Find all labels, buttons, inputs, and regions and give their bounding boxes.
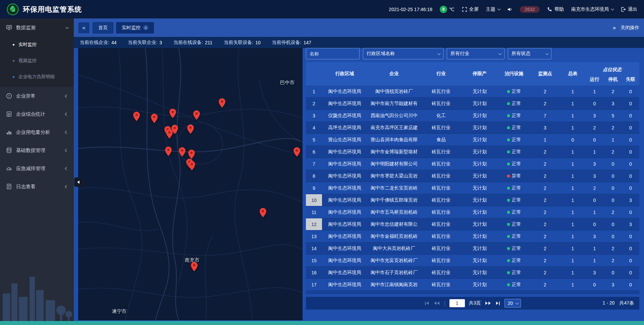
theme-button[interactable]: 主题	[486, 6, 500, 12]
close-operations-button[interactable]: 关闭操作	[621, 25, 639, 31]
fullscreen-icon	[462, 7, 467, 12]
map-pin[interactable]	[179, 147, 185, 157]
announcement-button[interactable]	[507, 7, 513, 12]
table-row[interactable]: 1阆中生态环境局阆中强锐页岩砖厂砖瓦行业无计划正常21120	[306, 86, 639, 98]
table-row[interactable]: 9阆中生态环境局阆中市二龙长宝页岩砖砖瓦行业无计划正常21200	[306, 182, 639, 194]
cell-facility: 正常	[498, 242, 530, 254]
table-row[interactable]: 4高坪生态环境局南充市高坪区王家店建砖瓦行业无计划正常31220	[306, 122, 639, 134]
help-button[interactable]: 帮助	[547, 6, 564, 12]
cell-facility: 正常	[498, 255, 530, 266]
cell-disconnected: 0	[622, 98, 639, 109]
map-pin[interactable]	[188, 150, 195, 159]
col-facility: 治污设施	[498, 62, 530, 86]
cell-limit: 无计划	[461, 158, 498, 170]
map-pin[interactable]	[187, 124, 194, 134]
page-number-input[interactable]	[449, 299, 465, 307]
cell-facility: 正常	[498, 86, 530, 97]
tab-realtime-monitor[interactable]: 实时监控	[116, 22, 154, 34]
table-row[interactable]: 5营山生态环境局营山县润丰肉食品有限食品无计划正常10010	[306, 134, 639, 146]
map-pin[interactable]	[293, 147, 300, 157]
filter-status-select[interactable]: 所有状态	[508, 48, 551, 59]
cell-region: 阆中生态环境局	[322, 230, 367, 242]
table-row[interactable]: 18南部生态环境局南部县建兴页岩砖有限砖瓦行业无计划正常21030	[306, 291, 639, 294]
notice-badge[interactable]: 2632	[520, 6, 540, 13]
col-limit: 停限产	[461, 62, 498, 86]
map-pin[interactable]	[191, 262, 198, 271]
sidebar-item-log-view[interactable]: 日志查看	[0, 177, 74, 196]
last-page-button[interactable]	[495, 301, 500, 306]
sidebar-item-data-monitoring[interactable]: 数据监测	[0, 18, 74, 37]
map-pin[interactable]	[165, 147, 172, 156]
org-selector[interactable]: 南充市生态环境局	[571, 6, 613, 12]
col-points: 监测点	[530, 62, 560, 86]
map-pin[interactable]	[189, 161, 195, 170]
filter-name-input[interactable]	[306, 48, 360, 59]
table-row[interactable]: 3仪陇生态环境局西南油气田分公司川中化工无计划正常71350	[306, 110, 639, 122]
map-panel[interactable]: 巴中市南充市遂宁市	[78, 48, 303, 320]
first-page-button[interactable]	[424, 301, 429, 306]
panel-collapse-button[interactable]	[74, 177, 82, 187]
map-pin[interactable]	[219, 98, 225, 108]
tab-close-icon[interactable]	[143, 25, 148, 30]
chevron-left-icon	[77, 180, 79, 184]
map-pin[interactable]	[166, 129, 173, 139]
tab-home[interactable]: 首页	[93, 22, 113, 34]
map-pin[interactable]	[169, 109, 176, 118]
cell-points: 2	[530, 267, 560, 278]
map-pin[interactable]	[151, 114, 158, 123]
sidebar-item-emergency-reduction[interactable]: 应急减排管理	[0, 159, 74, 177]
status-ok-dot-icon	[507, 126, 510, 129]
table-row[interactable]: 7阆中生态环境局阆中明阳建材有限公司砖瓦行业无计划正常21300	[306, 158, 639, 170]
cell-limit: 无计划	[461, 218, 498, 230]
table-row[interactable]: 2阆中生态环境局阆中市南方节能建材有砖瓦行业无计划正常21030	[306, 98, 639, 110]
logout-button[interactable]: 退出	[621, 6, 637, 12]
cell-limit: 无计划	[461, 267, 498, 278]
tabs-scroll-left-button[interactable]	[78, 22, 89, 33]
cell-company: 南部县建兴页岩砖有限	[367, 291, 421, 294]
map-pin[interactable]	[260, 208, 266, 217]
sidebar-item-base-data[interactable]: 基础数据管理	[0, 141, 74, 159]
cell-running: 0	[585, 218, 604, 230]
top-header: 环保用电监管系统 2021-02-25 17:46:18 0 ℃ 全屏 主题 2…	[0, 0, 644, 18]
sidebar-subitem-power-load-detail[interactable]: 企业电力负荷明细	[0, 69, 74, 85]
cell-limit: 无计划	[461, 86, 498, 97]
table-row[interactable]: 16阆中生态环境局阆中市石子页岩机砖厂砖瓦行业无计划正常21300	[306, 267, 639, 279]
map-pin[interactable]	[133, 112, 140, 121]
next-page-button[interactable]	[485, 301, 491, 306]
sidebar-item-enterprise-abnormal[interactable]: 企业异常	[0, 87, 74, 105]
stat-label: 当前失联企业:	[128, 40, 157, 46]
status-ok-dot-icon	[507, 235, 510, 238]
cell-industry: 砖瓦行业	[421, 146, 461, 158]
cell-company: 南充市高坪区王家店建	[367, 122, 421, 133]
page-size-select[interactable]: 20	[504, 299, 521, 308]
cell-industry: 化工	[421, 110, 461, 121]
sidebar-subitem-video-monitor[interactable]: 视频监控	[0, 53, 74, 69]
cell-meters: 1	[560, 158, 585, 170]
cell-disconnected: 0	[622, 291, 639, 294]
sidebar-item-enterprise-stats[interactable]: 企业综合统计	[0, 105, 74, 123]
cell-index: 10	[306, 194, 322, 206]
sidebar-subitem-realtime-monitor[interactable]: 实时监控	[0, 37, 74, 53]
map-pin[interactable]	[193, 110, 200, 120]
filter-region-select[interactable]: 行政区域名称	[363, 48, 443, 59]
table-row[interactable]: 6阆中生态环境局阆中市金博瑞新型墙材砖瓦行业无计划正常21120	[306, 146, 639, 158]
table-row[interactable]: 11阆中生态环境局阆中市五马桥页岩机砖砖瓦行业无计划正常21120	[306, 206, 639, 218]
fullscreen-button[interactable]: 全屏	[462, 6, 479, 12]
filter-industry-select[interactable]: 所有行业	[447, 48, 504, 59]
table-row[interactable]: 8阆中生态环境局阆中市枣碧大梁山页岩砖瓦行业无计划异常21300	[306, 170, 639, 182]
table-row[interactable]: 13阆中生态环境局阆中市金福旺页岩机砖砖瓦行业无计划正常21300	[306, 230, 639, 242]
table-row[interactable]: 15阆中生态环境局阆中市光富页岩机砖厂砖瓦行业无计划正常21120	[306, 255, 639, 267]
status-ok-dot-icon	[507, 139, 510, 141]
table-row[interactable]: 14阆中生态环境局阆中大兴页岩机砖厂砖瓦行业无计划正常21120	[306, 242, 639, 255]
cell-region: 阆中生态环境局	[322, 267, 367, 278]
stat-item: 当前失联设备:10	[224, 40, 260, 46]
right-panel: 行政区域名称 所有行业 所有状态 行政区域 企业 行业 停限产 治污设施 监测点	[306, 48, 639, 310]
tabs-scroll-right-button[interactable]	[613, 25, 616, 31]
cell-index: 18	[306, 291, 322, 294]
prev-page-button[interactable]	[433, 301, 440, 306]
table-row[interactable]: 17阆中生态环境局阆中市江南镇阆南页岩砖瓦行业无计划正常21030	[306, 279, 639, 291]
sidebar-item-power-analysis[interactable]: 企业用电量分析	[0, 123, 74, 141]
col-running: 运行	[585, 73, 604, 86]
table-row[interactable]: 10阆中生态环境局阆中千佛镇五郎垭页岩砖瓦行业无计划正常21003	[306, 194, 639, 206]
table-row[interactable]: 12阆中生态环境局阆中市忠信建材有限公砖瓦行业无计划正常21003	[306, 218, 639, 230]
